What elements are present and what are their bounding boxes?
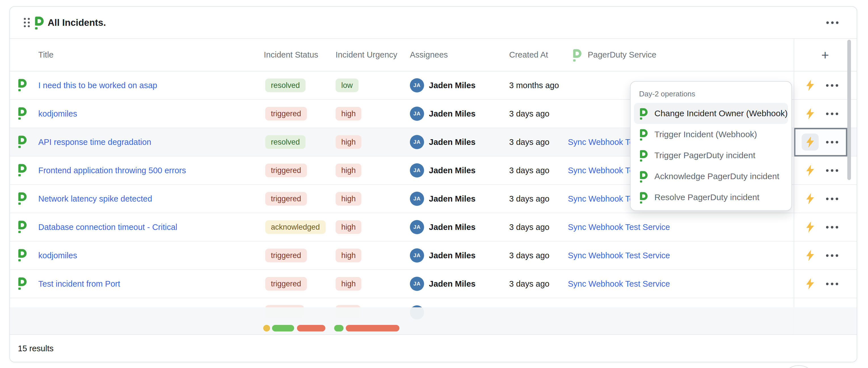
pagerduty-icon: [639, 107, 648, 120]
status-badge: resolved: [265, 135, 306, 149]
urgency-badge: high: [336, 164, 361, 177]
incident-title-link[interactable]: kodjomiles: [38, 109, 77, 118]
table-row: Database connection timeout - Critical a…: [10, 213, 857, 241]
avatar: JA: [410, 277, 424, 291]
column-header-assignees[interactable]: Assignees: [410, 50, 509, 60]
column-header-title[interactable]: Title: [38, 50, 264, 60]
assignee-name: Jaden Miles: [429, 137, 475, 147]
column-header-created[interactable]: Created At: [509, 50, 568, 60]
run-action-bolt-icon[interactable]: [802, 247, 819, 264]
pagerduty-icon: [17, 248, 27, 261]
incident-title-link[interactable]: Network latency spike detected: [38, 194, 152, 203]
incident-title-link[interactable]: Database connection timeout - Critical: [38, 223, 177, 232]
status-badge: acknowledged: [265, 220, 326, 234]
pagerduty-icon: [17, 192, 27, 205]
pagerduty-icon: [639, 191, 648, 204]
row-menu-ellipsis-icon[interactable]: [826, 169, 838, 172]
widget-title: All Incidents.: [48, 17, 106, 28]
incidents-widget: All Incidents. Title Incident Status Inc…: [9, 6, 857, 362]
avatar: JA: [410, 163, 424, 177]
vertical-scrollbar-thumb[interactable]: [847, 40, 851, 180]
column-header-urgency[interactable]: Incident Urgency: [336, 50, 410, 60]
avatar: JA: [410, 248, 424, 263]
table-row: kodjomiles triggered high JAJaden Miles …: [10, 241, 857, 270]
menu-item-acknowledge-pagerduty-incident[interactable]: Acknowledge PagerDuty incident: [634, 166, 788, 187]
run-action-bolt-icon[interactable]: [802, 162, 819, 179]
assignee-name: Jaden Miles: [429, 109, 475, 119]
row-menu-ellipsis-icon[interactable]: [826, 226, 838, 229]
pagerduty-icon: [639, 149, 648, 162]
urgency-badge: high: [336, 192, 361, 205]
pagerduty-icon: [17, 107, 27, 120]
row-menu-ellipsis-icon[interactable]: [826, 254, 838, 257]
pagerduty-icon: [17, 277, 27, 290]
run-action-bolt-icon[interactable]: [802, 77, 819, 94]
summary-pill-red: [346, 325, 399, 331]
row-menu-ellipsis-icon[interactable]: [826, 283, 838, 285]
summary-pill-red: [297, 325, 326, 331]
summary-pill-green: [272, 325, 294, 331]
incident-title-link[interactable]: kodjomiles: [38, 251, 77, 260]
widget-header: All Incidents.: [10, 7, 857, 39]
summary-pill-green: [334, 325, 343, 331]
service-link[interactable]: Sync Webhook Test Service: [568, 223, 670, 232]
add-column-button[interactable]: +: [822, 48, 829, 62]
run-action-bolt-icon[interactable]: [802, 219, 819, 236]
avatar: JA: [410, 78, 424, 93]
pagerduty-icon: [639, 128, 648, 141]
menu-item-trigger-incident[interactable]: Trigger Incident (Webhook): [634, 124, 788, 145]
menu-item-trigger-pagerduty-incident[interactable]: Trigger PagerDuty incident: [634, 145, 788, 166]
pagerduty-icon: [17, 220, 27, 233]
status-badge: triggered: [265, 248, 307, 262]
menu-item-resolve-pagerduty-incident[interactable]: Resolve PagerDuty incident: [634, 187, 788, 208]
created-at: 3 days ago: [509, 279, 550, 288]
pagerduty-icon: [639, 170, 648, 182]
widget-menu-ellipsis-icon[interactable]: [826, 21, 838, 24]
status-badge: triggered: [265, 277, 307, 291]
assignee-name: Jaden Miles: [429, 194, 475, 204]
run-action-bolt-icon[interactable]: [802, 190, 819, 207]
run-action-bolt-icon[interactable]: [802, 275, 819, 292]
avatar: JA: [410, 192, 424, 206]
service-link[interactable]: Sync Webhook Test Service: [568, 251, 670, 260]
row-menu-ellipsis-icon[interactable]: [826, 141, 838, 143]
summary-pill-yellow: [263, 325, 270, 331]
service-link[interactable]: Sync Webhook Test Service: [568, 279, 670, 288]
run-action-bolt-icon[interactable]: [802, 134, 819, 150]
pagerduty-icon: [17, 163, 27, 176]
results-count: 15 results: [18, 344, 54, 353]
created-at: 3 months ago: [509, 81, 559, 90]
menu-section-label: Day-2 operations: [639, 90, 792, 98]
created-at: 3 days ago: [509, 251, 550, 260]
menu-item-change-incident-owner[interactable]: Change Incident Owner (Webhook): [634, 103, 788, 124]
row-menu-ellipsis-icon[interactable]: [826, 198, 838, 200]
assignee-name: Jaden Miles: [429, 166, 475, 175]
assignee-name: Jaden Miles: [429, 279, 475, 289]
status-badge: triggered: [265, 107, 307, 121]
incident-title-link[interactable]: I need this to be worked on asap: [38, 81, 157, 90]
column-header-service[interactable]: PagerDuty Service: [568, 48, 794, 62]
run-action-bolt-icon[interactable]: [802, 105, 819, 122]
row-menu-ellipsis-icon[interactable]: [826, 84, 838, 87]
row-menu-ellipsis-icon[interactable]: [826, 112, 838, 115]
avatar: JA: [410, 220, 424, 234]
pagerduty-icon: [17, 135, 27, 148]
drag-handle-icon[interactable]: [24, 18, 30, 27]
next-widget-edge: [781, 365, 816, 368]
urgency-badge: high: [336, 248, 361, 262]
assignee-name: Jaden Miles: [429, 223, 475, 232]
incident-title-link[interactable]: Frontend application throwing 500 errors: [38, 166, 186, 175]
pagerduty-icon: [17, 78, 27, 91]
status-badge: triggered: [265, 192, 307, 205]
urgency-badge: high: [336, 220, 361, 234]
urgency-badge: high: [336, 107, 361, 121]
table-row: Test incident from Port triggered high J…: [10, 270, 857, 298]
created-at: 3 days ago: [509, 194, 550, 203]
avatar: JA: [410, 135, 424, 149]
incident-title-link[interactable]: API response time degradation: [38, 137, 151, 146]
urgency-badge: high: [336, 135, 361, 149]
status-badge: triggered: [265, 164, 307, 177]
incident-title-link[interactable]: Test incident from Port: [38, 279, 120, 288]
status-badge: resolved: [265, 78, 306, 92]
column-header-status[interactable]: Incident Status: [264, 50, 336, 60]
